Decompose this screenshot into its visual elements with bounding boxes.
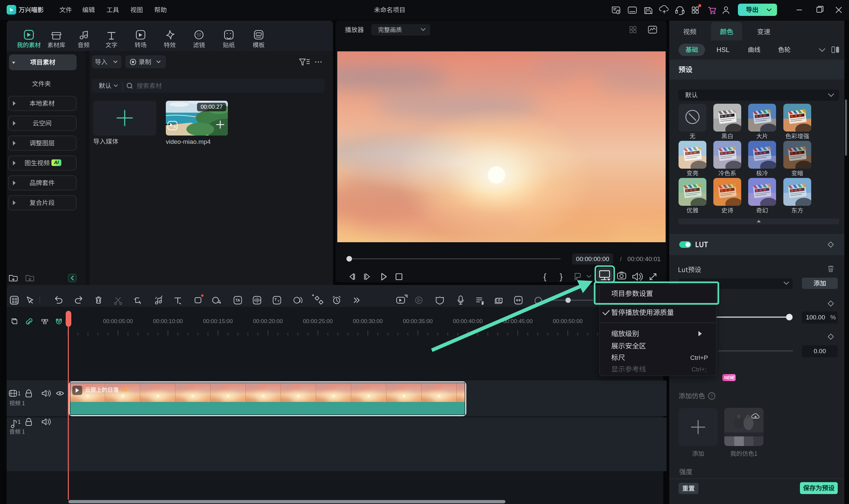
svg-text:AI: AI <box>54 160 59 165</box>
svg-text:HSL: HSL <box>717 46 730 53</box>
svg-text:{: { <box>543 272 547 282</box>
svg-text:?: ? <box>710 394 713 399</box>
svg-text:p: p <box>174 124 176 129</box>
svg-text:/: / <box>620 255 622 263</box>
svg-text:100.00: 100.00 <box>806 314 825 321</box>
svg-text:T: T <box>278 300 280 303</box>
svg-text:00:00:40:00: 00:00:40:00 <box>453 318 483 324</box>
svg-text:00:00:50:00: 00:00:50:00 <box>553 318 583 324</box>
svg-text:1: 1 <box>18 419 21 425</box>
svg-text:00:00:10:00: 00:00:10:00 <box>153 318 183 324</box>
svg-text:00:00:35:00: 00:00:35:00 <box>403 318 433 324</box>
svg-text:00:00:15:00: 00:00:15:00 <box>203 318 233 324</box>
svg-text:00:00:00:00: 00:00:00:00 <box>576 255 609 263</box>
svg-text:0.00: 0.00 <box>814 347 826 355</box>
svg-text:00:00:05:00: 00:00:05:00 <box>103 318 133 324</box>
svg-text:VIP: VIP <box>121 387 129 393</box>
svg-text:%: % <box>830 314 836 321</box>
svg-text:00:00:20:00: 00:00:20:00 <box>253 318 283 324</box>
svg-text:00:00:27: 00:00:27 <box>201 104 223 110</box>
svg-text:00:00:30:00: 00:00:30:00 <box>353 318 383 324</box>
svg-text:T: T <box>275 298 277 302</box>
svg-text:Ctrl+P: Ctrl+P <box>690 354 708 361</box>
svg-text:Ctrl+;: Ctrl+; <box>692 366 707 373</box>
svg-text:1: 1 <box>18 391 21 396</box>
svg-text:TA: TA <box>236 298 240 302</box>
svg-text:00:00:25:00: 00:00:25:00 <box>303 318 333 324</box>
svg-text:00:00:40:01: 00:00:40:01 <box>627 255 661 263</box>
svg-text:NEW: NEW <box>724 375 734 380</box>
svg-text:video-miao.mp4: video-miao.mp4 <box>166 138 211 145</box>
svg-text:}: } <box>560 272 563 282</box>
